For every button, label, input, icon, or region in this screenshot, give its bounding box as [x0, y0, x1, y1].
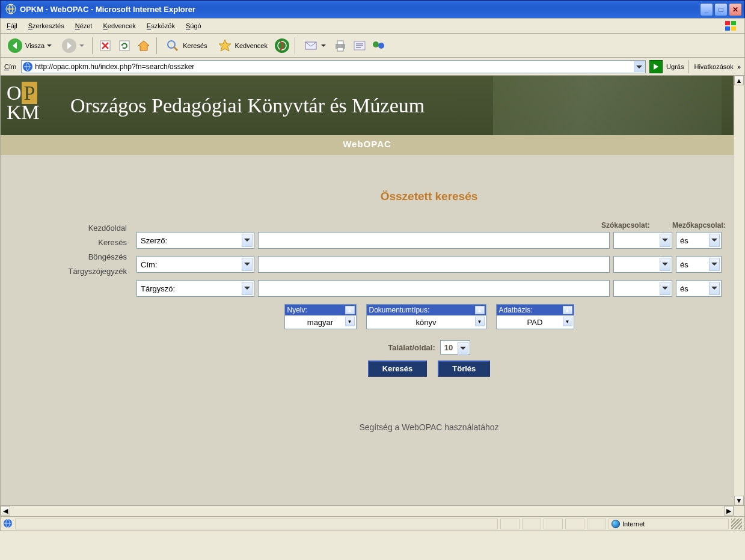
- sidebar-item-browse[interactable]: Böngészés: [1, 250, 127, 264]
- statusbar: Internet: [0, 517, 745, 531]
- refresh-icon[interactable]: [117, 38, 132, 53]
- fieldrel-select-2[interactable]: és: [676, 256, 722, 273]
- page-icon: [3, 519, 13, 529]
- type-filter-value: könyv: [416, 318, 437, 327]
- ie-logo-icon: [5, 4, 16, 16]
- go-button[interactable]: [649, 60, 663, 73]
- back-icon: [7, 38, 23, 53]
- menu-favorites[interactable]: Kedvencek: [103, 22, 135, 29]
- search-row-1: Szerző: és: [136, 232, 722, 249]
- search-button[interactable]: Keresés: [162, 36, 210, 55]
- media-icon[interactable]: [274, 38, 290, 53]
- home-icon[interactable]: [136, 38, 152, 53]
- fieldrel-select-1[interactable]: és: [676, 232, 722, 249]
- favorites-label: Kedvencek: [235, 42, 268, 49]
- term-input-1[interactable]: [258, 232, 610, 249]
- globe-icon: [612, 520, 620, 528]
- field-select-3[interactable]: Tárgyszó:: [136, 280, 254, 297]
- menu-edit[interactable]: Szerkesztés: [28, 22, 64, 29]
- links-label[interactable]: Hivatkozások: [694, 63, 733, 70]
- minimize-button[interactable]: _: [700, 3, 713, 16]
- lang-filter-label: Nyelv:: [287, 306, 307, 314]
- svg-point-10: [275, 38, 289, 53]
- vertical-scrollbar[interactable]: ▲ ▼: [734, 76, 744, 505]
- term-input-2[interactable]: [258, 256, 610, 273]
- chevron-down-icon[interactable]: [47, 43, 52, 48]
- scroll-up-icon[interactable]: ▲: [734, 76, 744, 85]
- chevron-down-icon: [242, 234, 253, 247]
- maximize-button[interactable]: □: [714, 3, 728, 16]
- search-row-3: Tárgyszó: és: [136, 280, 722, 297]
- type-filter[interactable]: Dokumentumtípus:▲ könyv▼: [366, 304, 486, 329]
- wordrel-select-3[interactable]: [613, 280, 672, 297]
- search-icon: [165, 38, 180, 53]
- site-subheader: WebOPAC: [1, 135, 734, 155]
- field-select-2[interactable]: Cím:: [136, 256, 254, 273]
- spinner-up-icon[interactable]: ▲: [345, 306, 355, 314]
- scroll-left-icon[interactable]: ◀: [1, 506, 10, 516]
- menu-tools[interactable]: Eszközök: [147, 22, 175, 29]
- menu-file[interactable]: Fájl: [7, 22, 17, 29]
- mail-button[interactable]: [300, 36, 329, 55]
- url-dropdown-button[interactable]: [634, 61, 645, 73]
- help-link[interactable]: Segítség a WebOPAC használatához: [136, 422, 722, 432]
- scroll-right-icon[interactable]: ▶: [724, 506, 734, 516]
- print-icon[interactable]: [333, 38, 348, 53]
- term-input-3[interactable]: [258, 280, 610, 297]
- spinner-down-icon[interactable]: ▼: [475, 317, 485, 326]
- window-title: OPKM - WebOPAC - Microsoft Internet Expl…: [20, 5, 700, 14]
- perpage-select[interactable]: 10: [440, 340, 470, 355]
- search-submit-button[interactable]: Keresés: [368, 361, 428, 377]
- db-filter[interactable]: Adatbázis:▲ PAD▼: [496, 304, 574, 329]
- fieldrel-select-3[interactable]: és: [676, 280, 722, 297]
- lang-filter[interactable]: Nyelv:▲ magyar▼: [284, 304, 357, 329]
- forward-button[interactable]: [58, 36, 87, 55]
- field-rel-label: Mezőkapcsolat:: [672, 221, 720, 230]
- forward-icon: [61, 38, 77, 53]
- spinner-down-icon[interactable]: ▼: [345, 317, 355, 326]
- main-content: Összetett keresés Szókapcsolat: Mezőkapc…: [136, 155, 734, 432]
- messenger-icon[interactable]: [371, 38, 387, 53]
- horizontal-scrollbar[interactable]: ◀ ▶: [0, 506, 745, 517]
- windows-flag-icon: [724, 20, 738, 32]
- sidebar-item-subjects[interactable]: Tárgyszójegyzék: [1, 264, 127, 279]
- field-select-1[interactable]: Szerző:: [136, 232, 254, 249]
- chevron-down-icon[interactable]: [79, 43, 84, 48]
- back-button[interactable]: Vissza: [4, 36, 55, 55]
- spinner-up-icon[interactable]: ▲: [475, 306, 485, 314]
- site-logo: OP KM: [7, 84, 64, 128]
- edit-icon[interactable]: [352, 38, 367, 53]
- lang-filter-value: magyar: [307, 318, 333, 327]
- chevron-down-icon[interactable]: [321, 43, 326, 48]
- resize-grip-icon[interactable]: [731, 519, 742, 529]
- wordrel-select-2[interactable]: [613, 256, 672, 273]
- star-icon: [217, 38, 233, 53]
- sidebar-item-home[interactable]: Kezdőoldal: [1, 221, 127, 236]
- chevron-right-icon[interactable]: »: [737, 63, 741, 70]
- page-icon: [22, 61, 33, 73]
- search-label: Keresés: [183, 42, 207, 49]
- chevron-down-icon: [709, 258, 720, 271]
- svg-rect-3: [725, 26, 730, 31]
- spinner-up-icon[interactable]: ▲: [563, 306, 572, 314]
- word-rel-label: Szókapcsolat:: [601, 221, 664, 230]
- status-text: [15, 519, 498, 529]
- stop-icon[interactable]: [97, 38, 113, 53]
- addressbar-label: Cím: [4, 63, 16, 70]
- spinner-down-icon[interactable]: ▼: [563, 317, 572, 326]
- chevron-down-icon: [458, 342, 468, 355]
- url-input[interactable]: [21, 60, 646, 73]
- scroll-down-icon[interactable]: ▼: [734, 496, 744, 505]
- clear-button[interactable]: Törlés: [438, 361, 490, 377]
- sidebar-item-search[interactable]: Keresés: [1, 236, 127, 250]
- favorites-button[interactable]: Kedvencek: [214, 36, 271, 55]
- menu-view[interactable]: Nézet: [75, 22, 93, 29]
- security-zone: Internet: [609, 519, 729, 529]
- banner-photo: [493, 76, 722, 135]
- svg-rect-1: [725, 21, 730, 25]
- svg-rect-8: [120, 41, 129, 50]
- close-button[interactable]: ✕: [729, 3, 742, 16]
- wordrel-select-1[interactable]: [613, 232, 672, 249]
- menu-help[interactable]: Súgó: [186, 22, 201, 29]
- mail-icon: [303, 38, 319, 53]
